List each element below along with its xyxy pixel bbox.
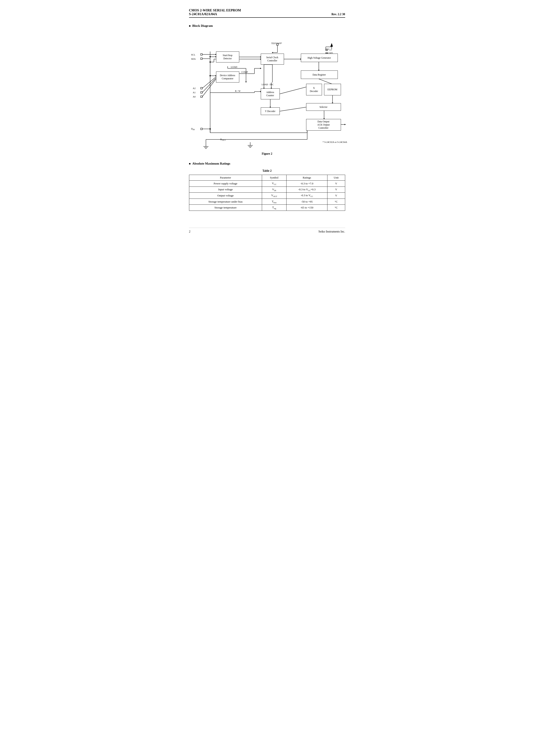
svg-rect-16 — [200, 87, 202, 89]
unit-cell: °C — [328, 205, 345, 211]
company-name: Seiko Instruments Inc. — [318, 230, 345, 233]
svg-rect-15 — [200, 58, 202, 60]
svg-line-75 — [280, 87, 307, 94]
symbol-cell: Tbias — [262, 199, 286, 205]
symbol-cell: Tstg — [262, 205, 286, 211]
svg-line-56 — [202, 77, 216, 88]
svg-text:LOAD: LOAD — [262, 83, 268, 86]
svg-marker-49 — [245, 81, 247, 83]
svg-text:R / W: R / W — [235, 90, 241, 92]
eeprom-block: EEPROM — [324, 84, 341, 95]
symbol-cell: VOUT — [262, 193, 286, 199]
page-header: CMOS 2-WIRE SERIAL EEPROM S-24C01A/02A/0… — [189, 9, 345, 18]
doc-title-line2: S-24C01A/02A/04A — [189, 12, 241, 16]
a1-label: A1 — [193, 91, 196, 94]
symbol-cell: VCC — [262, 181, 286, 187]
param-cell: Storage temperature — [189, 205, 262, 211]
table-title: Table 2 — [189, 169, 345, 173]
svg-marker-45 — [272, 52, 273, 53]
scl-label: SCL — [191, 53, 195, 56]
ratings-table: Parameter Symbol Ratings Unit Power supp… — [189, 175, 345, 211]
svg-line-77 — [280, 107, 307, 111]
svg-point-102 — [209, 61, 211, 63]
param-cell: Power supply voltage — [189, 181, 262, 187]
rating-cell: -65 to +150 — [286, 205, 327, 211]
svg-line-57 — [202, 78, 216, 93]
svg-line-58 — [202, 79, 216, 96]
svg-text:INC: INC — [270, 83, 274, 86]
svg-marker-54 — [260, 68, 261, 69]
svg-point-103 — [209, 75, 211, 76]
serial-clock-block: Serial ClockController — [261, 54, 284, 65]
doc-title-line1: CMOS 2-WIRE SERIAL EEPROM — [189, 9, 241, 12]
table-row: Storage temperature Tstg -65 to +150 °C — [189, 205, 345, 211]
param-cell: Output voltage — [189, 193, 262, 199]
svg-text:LOAD: LOAD — [231, 66, 237, 68]
symbol-cell: VIN — [262, 186, 286, 193]
y-decoder-block: Y Decoder — [261, 107, 280, 115]
svg-point-101 — [209, 56, 211, 57]
table-row: Input voltage VIN -0.3 to VCC+0.3 V — [189, 186, 345, 193]
x-decoder-block: XDecoder — [306, 84, 322, 95]
rating-cell: -0.3 to VCC+0.3 — [286, 186, 327, 193]
vcc-label: VCC — [328, 48, 332, 51]
gnd-label: GND — [328, 52, 333, 54]
svg-marker-12 — [331, 43, 333, 47]
svg-text:COMP: COMP — [241, 71, 248, 73]
ratings-heading: Absolute Maximum Ratings — [189, 162, 345, 165]
block-diagram: LOAD COMP R / W LOAD INC — [189, 31, 347, 149]
svg-point-104 — [209, 128, 211, 129]
high-voltage-block: High-Voltage Generator — [301, 54, 338, 62]
block-diagram-heading: Block Diagram — [189, 24, 345, 28]
col-ratings: Ratings — [286, 175, 327, 181]
rating-cell: -0.3 to +7.0 — [286, 181, 327, 187]
selector-block: Selector — [306, 103, 341, 111]
param-cell: Storage temperature under bias — [189, 199, 262, 205]
data-output-block: Data OutputACK OutputController — [306, 119, 341, 131]
page-number: 2 — [189, 230, 191, 233]
rating-cell: -0.3 to VCC — [286, 193, 327, 199]
svg-rect-17 — [200, 92, 202, 93]
start-stop-block: Start/StopDetector — [216, 51, 239, 63]
figure-caption: Figure 2 — [189, 152, 345, 155]
unit-cell: V — [328, 181, 345, 187]
diagram-note: * S-24C02A or S-24C04A — [323, 141, 347, 143]
param-cell: Input voltage — [189, 186, 262, 193]
svg-rect-22 — [200, 128, 202, 130]
svg-rect-18 — [200, 96, 202, 97]
col-unit: Unit — [328, 175, 345, 181]
device-addr-block: Device AddressComparator — [216, 71, 239, 83]
din-label: DIN — [191, 127, 195, 131]
table-row: Output voltage VOUT -0.3 to VCC V — [189, 193, 345, 199]
svg-rect-14 — [200, 54, 202, 55]
address-counter-block: AddressCounter — [261, 88, 280, 99]
unit-cell: °C — [328, 199, 345, 205]
col-symbol: Symbol — [262, 175, 286, 181]
a2-label: A2 — [193, 87, 196, 90]
sda-label: SDA — [191, 58, 196, 60]
test-wp-label: TEST/WP* — [271, 42, 282, 44]
revision-label: Rev. 2.2 30 — [332, 13, 345, 16]
unit-cell: V — [328, 193, 345, 199]
table-row: Power supply voltage VCC -0.3 to +7.0 V — [189, 181, 345, 187]
col-parameter: Parameter — [189, 175, 262, 181]
svg-marker-92 — [345, 124, 346, 125]
svg-line-79 — [319, 79, 333, 84]
table-row: Storage temperature under bias Tbias -50… — [189, 199, 345, 205]
data-register-block: Data Register — [301, 70, 338, 79]
a0-label: A0 — [193, 95, 196, 98]
rating-cell: -50 to +95 — [286, 199, 327, 205]
unit-cell: V — [328, 186, 345, 193]
dout-label: DOUT — [220, 138, 226, 141]
